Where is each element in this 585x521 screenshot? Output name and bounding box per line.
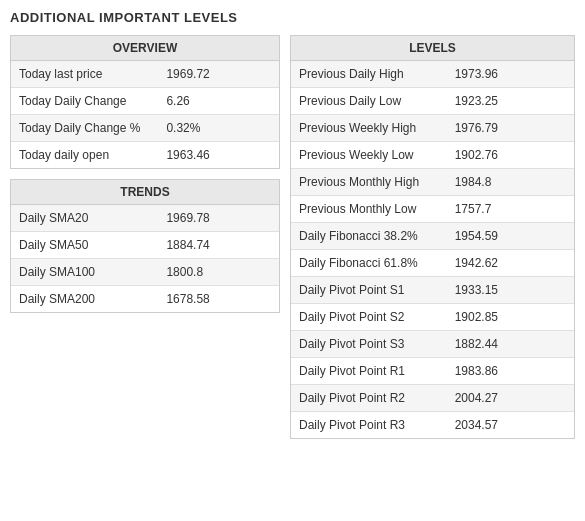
table-row: Daily Pivot Point S2 1902.85	[291, 304, 574, 331]
row-value: 2034.57	[447, 412, 574, 439]
row-value: 1973.96	[447, 61, 574, 88]
table-row: Daily Pivot Point R3 2034.57	[291, 412, 574, 439]
right-column: LEVELS Previous Daily High 1973.96 Previ…	[290, 35, 575, 449]
row-value: 1800.8	[158, 259, 279, 286]
row-value: 1963.46	[158, 142, 279, 169]
row-label: Today Daily Change	[11, 88, 158, 115]
row-label: Daily SMA20	[11, 205, 158, 232]
row-label: Daily Pivot Point R1	[291, 358, 447, 385]
table-row: Daily Pivot Point R2 2004.27	[291, 385, 574, 412]
table-row: Today Daily Change % 0.32%	[11, 115, 279, 142]
row-label: Daily Pivot Point R3	[291, 412, 447, 439]
row-label: Daily Pivot Point R2	[291, 385, 447, 412]
trends-table: Daily SMA20 1969.78 Daily SMA50 1884.74 …	[11, 205, 279, 312]
row-label: Previous Monthly Low	[291, 196, 447, 223]
row-label: Previous Daily Low	[291, 88, 447, 115]
table-row: Daily SMA50 1884.74	[11, 232, 279, 259]
table-row: Daily Pivot Point R1 1983.86	[291, 358, 574, 385]
table-row: Previous Daily Low 1923.25	[291, 88, 574, 115]
page-title: ADDITIONAL IMPORTANT LEVELS	[10, 10, 575, 25]
table-row: Daily Fibonacci 38.2% 1954.59	[291, 223, 574, 250]
row-value: 2004.27	[447, 385, 574, 412]
row-value: 1942.62	[447, 250, 574, 277]
row-value: 1678.58	[158, 286, 279, 313]
row-label: Previous Daily High	[291, 61, 447, 88]
row-value: 1969.78	[158, 205, 279, 232]
table-row: Daily SMA20 1969.78	[11, 205, 279, 232]
trends-header: TRENDS	[11, 180, 279, 205]
row-value: 1902.76	[447, 142, 574, 169]
row-value: 1969.72	[158, 61, 279, 88]
row-label: Daily Pivot Point S1	[291, 277, 447, 304]
row-value: 1976.79	[447, 115, 574, 142]
levels-header: LEVELS	[291, 36, 574, 61]
row-label: Daily Fibonacci 38.2%	[291, 223, 447, 250]
row-label: Daily Pivot Point S2	[291, 304, 447, 331]
row-value: 6.26	[158, 88, 279, 115]
row-label: Daily SMA200	[11, 286, 158, 313]
table-row: Daily Pivot Point S3 1882.44	[291, 331, 574, 358]
row-label: Today daily open	[11, 142, 158, 169]
row-label: Previous Weekly High	[291, 115, 447, 142]
row-value: 1983.86	[447, 358, 574, 385]
row-value: 1954.59	[447, 223, 574, 250]
table-row: Previous Daily High 1973.96	[291, 61, 574, 88]
trends-section: TRENDS Daily SMA20 1969.78 Daily SMA50 1…	[10, 179, 280, 313]
row-value: 1757.7	[447, 196, 574, 223]
table-row: Daily Pivot Point S1 1933.15	[291, 277, 574, 304]
table-row: Daily SMA200 1678.58	[11, 286, 279, 313]
row-label: Daily Fibonacci 61.8%	[291, 250, 447, 277]
table-row: Daily SMA100 1800.8	[11, 259, 279, 286]
row-label: Daily SMA100	[11, 259, 158, 286]
row-label: Previous Monthly High	[291, 169, 447, 196]
table-row: Today last price 1969.72	[11, 61, 279, 88]
row-value: 1882.44	[447, 331, 574, 358]
table-row: Previous Weekly Low 1902.76	[291, 142, 574, 169]
row-label: Daily SMA50	[11, 232, 158, 259]
row-label: Daily Pivot Point S3	[291, 331, 447, 358]
row-label: Previous Weekly Low	[291, 142, 447, 169]
row-value: 1933.15	[447, 277, 574, 304]
row-value: 0.32%	[158, 115, 279, 142]
row-label: Today last price	[11, 61, 158, 88]
left-column: OVERVIEW Today last price 1969.72 Today …	[10, 35, 280, 323]
table-row: Daily Fibonacci 61.8% 1942.62	[291, 250, 574, 277]
main-columns: OVERVIEW Today last price 1969.72 Today …	[10, 35, 575, 449]
row-value: 1984.8	[447, 169, 574, 196]
table-row: Previous Monthly Low 1757.7	[291, 196, 574, 223]
row-value: 1923.25	[447, 88, 574, 115]
table-row: Today Daily Change 6.26	[11, 88, 279, 115]
table-row: Today daily open 1963.46	[11, 142, 279, 169]
table-row: Previous Weekly High 1976.79	[291, 115, 574, 142]
levels-section: LEVELS Previous Daily High 1973.96 Previ…	[290, 35, 575, 439]
overview-header: OVERVIEW	[11, 36, 279, 61]
row-value: 1884.74	[158, 232, 279, 259]
table-row: Previous Monthly High 1984.8	[291, 169, 574, 196]
row-label: Today Daily Change %	[11, 115, 158, 142]
row-value: 1902.85	[447, 304, 574, 331]
overview-section: OVERVIEW Today last price 1969.72 Today …	[10, 35, 280, 169]
overview-table: Today last price 1969.72 Today Daily Cha…	[11, 61, 279, 168]
levels-table: Previous Daily High 1973.96 Previous Dai…	[291, 61, 574, 438]
page-container: ADDITIONAL IMPORTANT LEVELS OVERVIEW Tod…	[0, 0, 585, 459]
